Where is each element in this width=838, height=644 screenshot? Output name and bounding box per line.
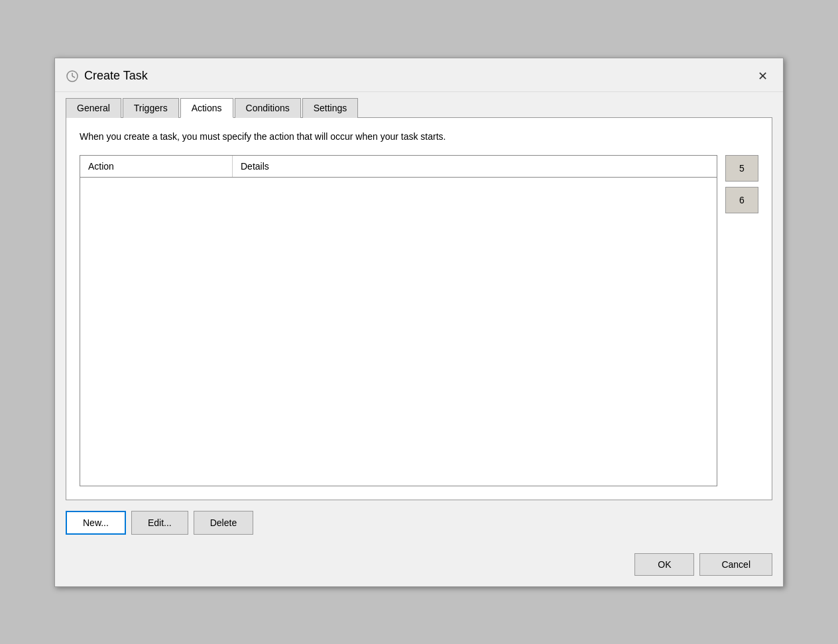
title-bar-left: Create Task: [66, 69, 148, 83]
action-buttons: New... Edit... Delete: [55, 500, 783, 545]
tab-actions[interactable]: Actions: [180, 98, 233, 118]
close-button[interactable]: ✕: [752, 66, 772, 86]
new-button[interactable]: New...: [66, 511, 126, 535]
side-button-5[interactable]: 5: [725, 155, 758, 182]
footer: OK Cancel: [55, 545, 783, 586]
dialog-title: Create Task: [84, 69, 148, 83]
ok-button[interactable]: OK: [634, 553, 694, 576]
create-task-dialog: Create Task ✕ General Triggers Actions C…: [54, 58, 784, 587]
table-body: [80, 178, 717, 486]
edit-button[interactable]: Edit...: [131, 511, 188, 535]
side-button-6[interactable]: 6: [725, 187, 758, 213]
tab-settings[interactable]: Settings: [302, 98, 359, 118]
tab-triggers[interactable]: Triggers: [123, 98, 179, 118]
column-action: Action: [80, 156, 233, 177]
cancel-button[interactable]: Cancel: [699, 553, 772, 576]
description-text: When you create a task, you must specify…: [80, 131, 758, 142]
svg-line-2: [72, 76, 75, 78]
column-details: Details: [233, 156, 717, 177]
side-panel: 5 6: [725, 155, 758, 213]
clock-icon: [66, 70, 79, 83]
tab-conditions[interactable]: Conditions: [235, 98, 301, 118]
tab-general[interactable]: General: [66, 98, 121, 118]
table-header: Action Details: [80, 156, 717, 178]
tab-bar: General Triggers Actions Conditions Sett…: [55, 92, 783, 117]
actions-table: Action Details: [80, 155, 717, 486]
title-bar: Create Task ✕: [55, 58, 783, 92]
content-area: When you create a task, you must specify…: [66, 117, 772, 500]
delete-button[interactable]: Delete: [194, 511, 253, 535]
